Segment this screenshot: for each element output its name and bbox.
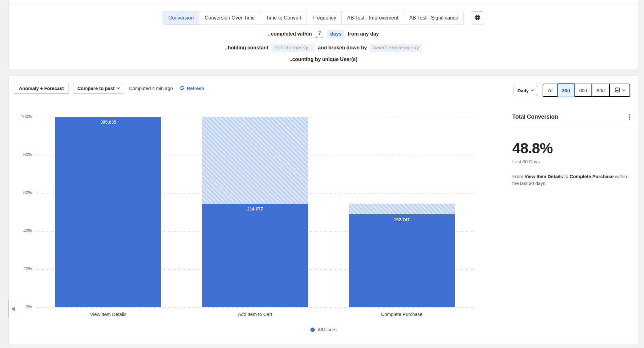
select-step-property-input[interactable]: Select Step/Property [370,44,422,52]
y-axis: 0%20%40%60%80%100% [14,117,32,307]
y-tick-label-0: 0% [26,304,32,309]
x-axis-label-add-item-to-cart: Add Item to Cart [182,312,329,317]
chart-toolbar-right: Daily 7d30d60d90d [514,83,630,97]
compare-to-past-button[interactable]: Compare to past [73,83,124,94]
conversion-description: From View Item Details to Complete Purch… [512,173,632,187]
gridline-0 [35,307,475,308]
kebab-menu-icon[interactable] [627,113,632,121]
panel-divider [512,126,632,126]
tab-ab-test-significance[interactable]: AB Test - Significance [404,11,464,25]
desc-step-from: View Item Details [525,174,563,179]
desc-prefix: From [512,174,523,179]
conversion-window-line: ..completed within 7 days from any day [9,29,638,39]
interval-label: Daily [518,88,529,93]
gear-icon [474,14,481,22]
total-conversion-caption: Last 30 Days [512,159,632,164]
custom-date-range-button[interactable] [610,84,630,97]
measurement-tabs-row: ConversionConversion Over TimeTime to Co… [9,11,638,25]
triangle-left-icon [11,307,15,311]
computed-timestamp: Computed 4 min ago [129,86,173,91]
anomaly-forecast-button[interactable]: Anomaly + Forecast [14,83,69,94]
total-conversion-panel: Total Conversion 48.8% Last 30 Days From… [512,113,632,187]
holding-constant-label: ..holding constant [225,45,269,51]
bar-value-label: 192,747 [349,217,455,222]
window-prefix-label: ..completed within [268,31,312,37]
select-property-input[interactable]: Select property... [271,44,315,52]
tab-conversion[interactable]: Conversion [163,11,199,25]
x-axis-label-view-item-details: View Item Details [35,312,182,317]
sidebar-collapse-button[interactable] [8,300,17,318]
desc-step-to: Complete Purchase [569,174,613,179]
bar-value-label: 214,677 [202,206,308,211]
desc-mid: to [564,174,569,179]
measurement-tabs: ConversionConversion Over TimeTime to Co… [163,11,464,25]
funnel-bar-chart: 395,035View Item Details214,677Add Item … [35,117,475,307]
compare-to-past-label: Compare to past [77,86,114,91]
chart-legend: All Users [9,327,638,332]
chart-toolbar-left: Anomaly + Forecast Compare to past Compu… [14,83,204,94]
converted-bar[interactable]: 214,677 [202,204,308,307]
dropoff-hatch-area[interactable] [349,204,455,214]
calendar-icon [614,87,620,94]
converted-bar[interactable]: 192,747 [349,214,455,307]
holding-constant-line: ..holding constant Select property... an… [9,43,638,53]
refresh-button[interactable]: Refresh [180,85,204,92]
chevron-down-icon [531,89,534,92]
y-tick-label-20: 20% [23,266,32,271]
y-tick-label-100: 100% [21,114,32,119]
range-7d-button[interactable]: 7d [543,84,558,97]
tab-ab-test-improvement[interactable]: AB Test - Improvement [341,11,403,25]
window-value-input[interactable]: 7 [315,30,324,38]
range-90d-button[interactable]: 90d [592,84,610,97]
counting-by-label: ..counting by unique User(s) [289,57,357,62]
legend-dot-icon [310,328,315,332]
funnel-step-column-complete-purchase: 192,747Complete Purchase [328,117,475,307]
y-tick-label-60: 60% [23,190,32,195]
panel-title: Total Conversion [512,114,558,120]
counting-by-line: ..counting by unique User(s) [9,55,638,64]
y-tick-label-80: 80% [23,152,32,157]
tab-conversion-over-time[interactable]: Conversion Over Time [199,11,260,25]
total-conversion-value: 48.8% [512,139,632,157]
range-30d-button[interactable]: 30d [557,83,575,97]
refresh-icon [180,85,185,92]
tab-time-to-convert[interactable]: Time to Convert [260,11,307,25]
refresh-label: Refresh [187,86,204,91]
window-suffix-label: from any day [347,31,379,37]
legend-label-all-users[interactable]: All Users [318,327,336,332]
settings-gear-button[interactable] [471,11,484,25]
y-tick-label-40: 40% [23,228,32,233]
tab-frequency[interactable]: Frequency [307,11,341,25]
bar-value-label: 395,035 [55,120,161,125]
converted-bar[interactable]: 395,035 [55,117,161,307]
section-divider [9,4,638,4]
range-60d-button[interactable]: 60d [575,84,592,97]
broken-down-by-label: and broken down by [318,45,367,51]
dropoff-hatch-area[interactable] [202,117,308,204]
window-unit-dropdown[interactable]: days [327,30,344,38]
chevron-down-icon [117,87,120,89]
query-config-card: ConversionConversion Over TimeTime to Co… [8,0,638,70]
date-range-segmented-control: 7d30d60d90d [542,83,630,97]
chevron-down-icon [622,89,625,92]
funnel-step-column-view-item-details: 395,035View Item Details [35,117,182,307]
x-axis-label-complete-purchase: Complete Purchase [328,312,475,317]
funnel-step-column-add-item-to-cart: 214,677Add Item to Cart [182,117,329,307]
chart-card: Anomaly + Forecast Compare to past Compu… [8,76,638,345]
interval-dropdown[interactable]: Daily [514,85,538,96]
